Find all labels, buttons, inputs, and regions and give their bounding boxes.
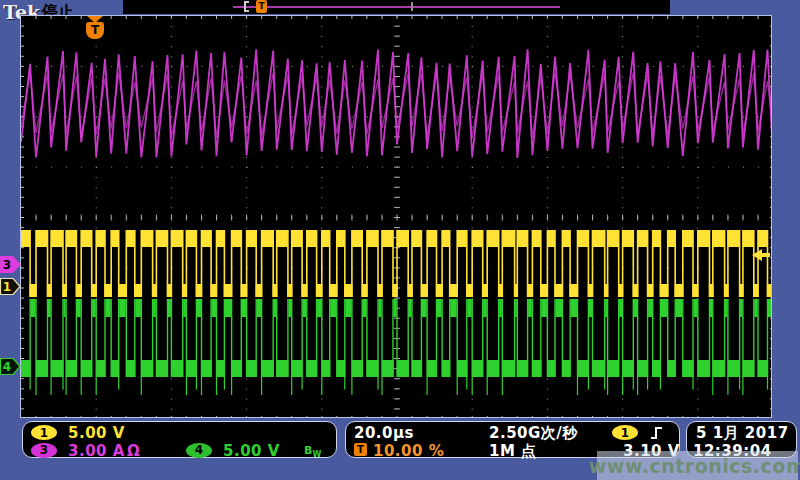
- trigger-t-icon: T: [86, 22, 104, 39]
- rising-edge-icon: [650, 425, 663, 441]
- ch4-bandwidth-icon: BW: [304, 444, 321, 459]
- channel-4-ground-marker: 4: [0, 358, 21, 375]
- waveform-display: [20, 15, 772, 418]
- ch1-badge: 1: [31, 425, 57, 440]
- channel-3-label: 3: [3, 258, 11, 272]
- channel-1-ground-marker: 1: [0, 278, 21, 295]
- ch1-scale: 5.00 V: [68, 424, 125, 442]
- record-view-bar: T: [123, 0, 670, 14]
- watermark-strip: www.cntronics.com: [597, 451, 798, 480]
- expansion-point-tick: [411, 2, 413, 11]
- trigger-marker-icon: T: [256, 0, 267, 13]
- channel-readout-box: 1 5.00 V 3 3.00 A Ω 4 5.00 V BW: [22, 421, 337, 458]
- ch3-badge: 3: [31, 443, 57, 458]
- channel-1-label: 1: [3, 280, 11, 294]
- watermark-text: www.cntronics.com: [589, 455, 800, 477]
- waveform-canvas: [21, 16, 771, 417]
- oscilloscope-screen: { "header": { "brand": "Tek", "acq_statu…: [0, 0, 800, 480]
- trigger-level-arrow-icon: [751, 247, 771, 263]
- timebase-scale: 20.0μs: [354, 424, 414, 442]
- channel-3-ground-marker: 3: [0, 256, 21, 273]
- sample-rate: 2.50G次/秒: [489, 424, 578, 443]
- date: 5 1月 2017: [696, 424, 789, 443]
- ch4-scale: 5.00 V: [223, 442, 280, 460]
- trigger-source-badge: 1: [612, 425, 638, 440]
- trigger-position-badge-icon: T: [354, 443, 367, 456]
- ch3-scale: 3.00 A: [68, 442, 125, 460]
- record-length: 1M 点: [489, 442, 537, 461]
- record-length-line: [233, 6, 560, 8]
- trigger-position-marker: T: [86, 16, 104, 40]
- ch4-badge: 4: [186, 443, 212, 458]
- bw-w: W: [312, 450, 321, 459]
- window-bracket-icon: [244, 1, 249, 12]
- trigger-position-percent: 10.00 %: [373, 442, 444, 460]
- channel-4-label: 4: [3, 360, 11, 374]
- ch3-coupling: Ω: [127, 442, 140, 460]
